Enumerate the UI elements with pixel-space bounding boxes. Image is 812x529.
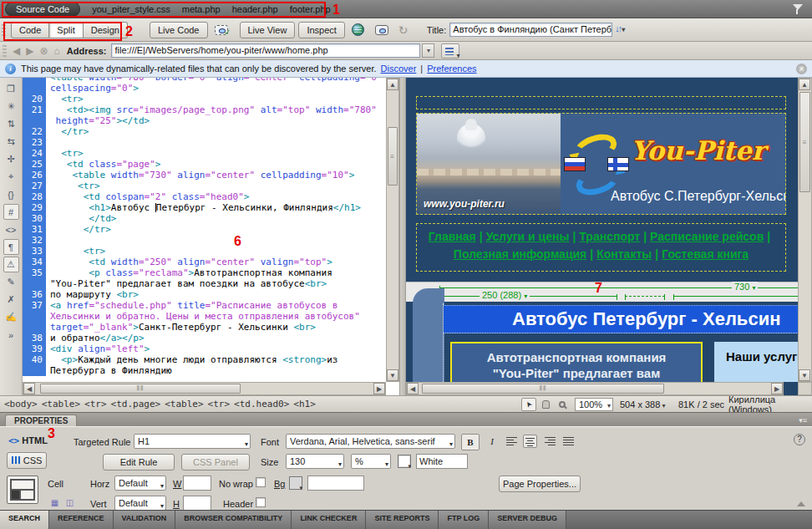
page-content-region[interactable]: Автобус Петербург - Хельсин Автотранспор… <box>443 303 798 382</box>
inspect-button[interactable]: Inspect <box>298 22 344 38</box>
code-horizontal-scrollbar[interactable]: ◀ ⦀⦀ ▶ <box>23 382 386 395</box>
properties-tab[interactable]: PROPERTIES <box>5 415 77 427</box>
magnification-dropdown[interactable]: 100% <box>575 398 613 411</box>
italic-button[interactable]: I <box>483 434 501 450</box>
nav-menu-link[interactable]: Главная <box>429 230 476 243</box>
code-vscroll-thumb[interactable]: ≡ <box>388 127 398 186</box>
title-input[interactable]: Автобус в Финляндию (Санкт Петербург - Х… <box>449 23 612 37</box>
design-hscroll-thumb[interactable]: ⦀⦀ <box>422 384 664 394</box>
filter-funnel-icon[interactable] <box>792 3 804 15</box>
preview-in-browser-globe-icon[interactable]: ▾ <box>352 22 368 38</box>
table-width-label[interactable]: 730 ▾ <box>732 282 758 292</box>
select-parent-tag-icon[interactable]: ⌖ <box>3 169 19 185</box>
merge-cells-icon[interactable]: ▦ <box>48 497 61 509</box>
highlight-invalid-code-icon[interactable]: <> <box>3 221 19 237</box>
text-color-swatch[interactable] <box>398 455 411 468</box>
column-width-label[interactable]: 250 (288) ▾ <box>480 290 530 300</box>
forward-icon[interactable]: ▶ <box>26 45 33 57</box>
scroll-left-icon[interactable]: ◀ <box>407 383 419 394</box>
css-panel-button[interactable]: CSS Panel <box>181 454 250 471</box>
nav-menu-link[interactable]: Гостевая книга <box>662 247 749 261</box>
page-properties-button[interactable]: Page Properties... <box>499 476 581 492</box>
bg-color-input[interactable] <box>307 476 364 491</box>
close-info-bar-icon[interactable]: × <box>796 64 807 74</box>
tag-selector-item[interactable]: <table> <box>42 399 80 409</box>
scroll-up-icon[interactable]: ▲ <box>387 79 398 90</box>
window-size-indicator[interactable]: 504 x 388 <box>620 399 666 409</box>
scroll-right-icon[interactable]: ▶ <box>373 383 385 394</box>
more-icon[interactable]: » <box>3 327 19 343</box>
hand-tool-icon[interactable] <box>538 398 553 411</box>
results-tab-browser-compatibility[interactable]: BROWSER COMPATIBILITY <box>175 511 292 529</box>
nav-menu-link[interactable]: Услуги и цены <box>486 230 570 243</box>
scroll-left-icon[interactable]: ◀ <box>23 383 35 394</box>
collapse-selection-icon[interactable]: ⇆ <box>3 134 19 150</box>
code-navigator-icon[interactable]: ✳ <box>3 99 19 114</box>
home-icon[interactable]: ⌂ <box>54 45 60 57</box>
nav-menu-link[interactable]: Расписание рейсов <box>650 230 764 243</box>
tag-selector-item[interactable]: <td.head0> <box>234 399 289 409</box>
scroll-down-icon[interactable]: ▼ <box>799 369 810 381</box>
collapse-full-tag-icon[interactable]: ⇅ <box>3 116 19 132</box>
edit-rule-button[interactable]: Edit Rule <box>103 454 175 471</box>
design-vscroll-thumb[interactable]: ≡ <box>799 92 810 192</box>
split-cell-icon[interactable]: ◫ <box>63 497 76 509</box>
nav-menu-link[interactable]: Полезная информация <box>454 247 586 261</box>
file-get-put-icon[interactable]: ↓↑▾ <box>615 23 623 38</box>
page-h1-heading[interactable]: Автобус Петербург - Хельсин <box>444 305 798 333</box>
back-icon[interactable]: ◀ <box>13 45 20 57</box>
size-dropdown[interactable]: 130 <box>286 454 344 469</box>
align-right-icon[interactable] <box>543 435 557 448</box>
tag-selector-item[interactable]: <td.page> <box>111 399 161 409</box>
size-unit-dropdown[interactable]: % <box>351 454 391 469</box>
live-view-options-icon[interactable] <box>441 43 459 58</box>
check-browser-compatibility-icon[interactable]: ✓ <box>215 22 231 38</box>
tag-selector-item[interactable]: <tr> <box>84 399 107 409</box>
scroll-right-icon[interactable]: ▶ <box>771 383 783 394</box>
tag-selector-item[interactable]: <h1> <box>293 399 316 409</box>
results-tab-search[interactable]: SEARCH <box>0 511 49 529</box>
align-center-icon[interactable] <box>523 435 537 448</box>
results-tab-site-reports[interactable]: SITE REPORTS <box>366 511 439 529</box>
design-horizontal-scrollbar[interactable]: ◀ ⦀⦀ ▶ <box>406 382 784 395</box>
justify-icon[interactable] <box>561 435 576 448</box>
address-history-dropdown[interactable]: ▾ <box>422 43 434 58</box>
preferences-link[interactable]: Preferences <box>427 64 476 74</box>
code-hscroll-thumb[interactable]: ⦀⦀ <box>40 384 241 394</box>
code-vertical-scrollbar[interactable]: ▲ ≡ ▼ <box>386 78 399 382</box>
nav-menu-link[interactable]: Транспорт <box>579 230 640 243</box>
zoom-tool-icon[interactable] <box>555 398 570 411</box>
results-tab-link-checker[interactable]: LINK CHECKER <box>292 511 366 529</box>
open-documents-icon[interactable]: ❐ <box>3 81 19 97</box>
pane-splitter[interactable] <box>399 78 406 395</box>
expand-all-icon[interactable]: ✢ <box>3 151 19 167</box>
results-tab-validation[interactable]: VALIDATION <box>114 511 176 529</box>
live-view-button[interactable]: Live View <box>240 22 296 38</box>
code-editor[interactable]: <table width="780" border="0" align="cen… <box>23 78 386 382</box>
live-code-button[interactable]: Live Code <box>150 22 208 38</box>
discover-link[interactable]: Discover <box>381 64 417 74</box>
tag-selector-item[interactable]: <table> <box>165 399 203 409</box>
help-icon[interactable]: ? <box>794 434 805 445</box>
services-box[interactable]: Наши услуги <box>714 342 798 382</box>
w-input[interactable] <box>183 476 211 491</box>
panel-menu-icon[interactable]: ▾≡ <box>799 416 807 425</box>
css-mode-button[interactable]: CSS <box>7 452 47 469</box>
no-wrap-checkbox[interactable] <box>256 477 266 487</box>
design-vertical-scrollbar[interactable]: ▲ ≡ ▼ <box>798 78 812 382</box>
vert-dropdown[interactable]: Default <box>114 496 166 511</box>
align-left-icon[interactable] <box>505 435 519 448</box>
tag-selector-item[interactable]: <body> <box>4 399 38 409</box>
word-wrap-icon[interactable]: ¶ <box>3 239 19 255</box>
targeted-rule-dropdown[interactable]: H1 <box>134 434 251 449</box>
nav-menu-link[interactable]: Контакты <box>596 247 652 261</box>
bold-button[interactable]: B <box>461 434 480 450</box>
scroll-up-icon[interactable]: ▲ <box>799 79 810 90</box>
results-tab-server-debug[interactable]: SERVER DEBUG <box>489 511 566 529</box>
select-tool-icon[interactable]: ➤ <box>521 398 536 411</box>
design-view-pane[interactable]: www.you-piter.ru You-Piter Автобус С.Пет… <box>406 78 812 395</box>
syntax-error-alerts-icon[interactable]: ⚠ <box>3 257 19 272</box>
results-tab-reference[interactable]: REFERENCE <box>49 511 114 529</box>
validate-markup-icon[interactable]: ▾ <box>375 22 392 38</box>
remove-comment-icon[interactable]: ✗ <box>3 292 19 308</box>
